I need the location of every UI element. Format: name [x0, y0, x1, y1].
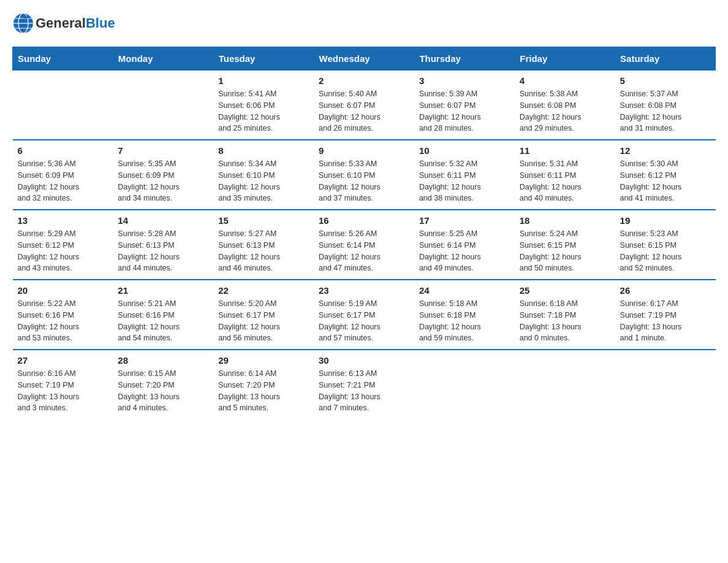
calendar-cell: [113, 71, 213, 140]
day-info: Sunrise: 5:33 AMSunset: 6:10 PMDaylight:…: [319, 158, 409, 204]
day-info: Sunrise: 6:15 AMSunset: 7:20 PMDaylight:…: [118, 368, 208, 414]
logo-general: General: [36, 15, 86, 31]
calendar-cell: 24Sunrise: 5:18 AMSunset: 6:18 PMDayligh…: [414, 280, 515, 350]
day-info: Sunrise: 6:14 AMSunset: 7:20 PMDaylight:…: [218, 368, 309, 414]
calendar-week-row: 6Sunrise: 5:36 AMSunset: 6:09 PMDaylight…: [13, 140, 716, 210]
day-info: Sunrise: 5:34 AMSunset: 6:10 PMDaylight:…: [218, 158, 309, 204]
day-number: 30: [319, 355, 409, 366]
calendar-cell: 7Sunrise: 5:35 AMSunset: 6:09 PMDaylight…: [113, 140, 213, 210]
day-info: Sunrise: 6:18 AMSunset: 7:18 PMDaylight:…: [520, 298, 610, 344]
day-info: Sunrise: 6:17 AMSunset: 7:19 PMDaylight:…: [620, 298, 711, 344]
calendar-cell: 5Sunrise: 5:37 AMSunset: 6:08 PMDaylight…: [615, 71, 716, 140]
calendar-cell: 17Sunrise: 5:25 AMSunset: 6:14 PMDayligh…: [414, 210, 515, 280]
day-info: Sunrise: 6:16 AMSunset: 7:19 PMDaylight:…: [18, 368, 108, 414]
day-number: 4: [520, 75, 610, 86]
calendar-cell: 4Sunrise: 5:38 AMSunset: 6:08 PMDaylight…: [515, 71, 615, 140]
page-header: GeneralBlue: [12, 12, 716, 34]
day-info: Sunrise: 5:19 AMSunset: 6:17 PMDaylight:…: [319, 298, 409, 344]
calendar-cell: [615, 350, 716, 419]
calendar-cell: 21Sunrise: 5:21 AMSunset: 6:16 PMDayligh…: [113, 280, 213, 350]
day-number: 24: [419, 285, 510, 296]
calendar-cell: 29Sunrise: 6:14 AMSunset: 7:20 PMDayligh…: [213, 350, 314, 419]
day-number: 10: [419, 145, 510, 156]
day-number: 9: [319, 145, 409, 156]
calendar-cell: 22Sunrise: 5:20 AMSunset: 6:17 PMDayligh…: [213, 280, 314, 350]
day-info: Sunrise: 5:41 AMSunset: 6:06 PMDaylight:…: [218, 88, 309, 134]
day-number: 11: [520, 145, 610, 156]
day-number: 17: [419, 215, 510, 226]
calendar-cell: [515, 350, 615, 419]
weekday-header-thursday: Thursday: [414, 47, 515, 71]
calendar-cell: 1Sunrise: 5:41 AMSunset: 6:06 PMDaylight…: [213, 71, 314, 140]
day-info: Sunrise: 5:26 AMSunset: 6:14 PMDaylight:…: [319, 228, 409, 274]
calendar-cell: 16Sunrise: 5:26 AMSunset: 6:14 PMDayligh…: [314, 210, 414, 280]
calendar-header-row: SundayMondayTuesdayWednesdayThursdayFrid…: [13, 47, 716, 71]
calendar-cell: [13, 71, 113, 140]
day-number: 19: [620, 215, 711, 226]
day-number: 7: [118, 145, 208, 156]
day-number: 14: [118, 215, 208, 226]
calendar-week-row: 13Sunrise: 5:29 AMSunset: 6:12 PMDayligh…: [13, 210, 716, 280]
day-info: Sunrise: 5:29 AMSunset: 6:12 PMDaylight:…: [18, 228, 108, 274]
day-info: Sunrise: 5:27 AMSunset: 6:13 PMDaylight:…: [218, 228, 309, 274]
day-number: 21: [118, 285, 208, 296]
day-number: 27: [18, 355, 108, 366]
day-number: 13: [18, 215, 108, 226]
calendar-cell: 14Sunrise: 5:28 AMSunset: 6:13 PMDayligh…: [113, 210, 213, 280]
day-info: Sunrise: 5:38 AMSunset: 6:08 PMDaylight:…: [520, 88, 610, 134]
calendar-cell: 6Sunrise: 5:36 AMSunset: 6:09 PMDaylight…: [13, 140, 113, 210]
day-info: Sunrise: 5:30 AMSunset: 6:12 PMDaylight:…: [620, 158, 711, 204]
calendar-cell: 26Sunrise: 6:17 AMSunset: 7:19 PMDayligh…: [615, 280, 716, 350]
day-number: 6: [18, 145, 108, 156]
calendar-cell: 12Sunrise: 5:30 AMSunset: 6:12 PMDayligh…: [615, 140, 716, 210]
weekday-header-saturday: Saturday: [615, 47, 716, 71]
calendar-week-row: 27Sunrise: 6:16 AMSunset: 7:19 PMDayligh…: [13, 350, 716, 419]
day-info: Sunrise: 5:36 AMSunset: 6:09 PMDaylight:…: [18, 158, 108, 204]
day-number: 23: [319, 285, 409, 296]
calendar-cell: 13Sunrise: 5:29 AMSunset: 6:12 PMDayligh…: [13, 210, 113, 280]
day-info: Sunrise: 5:32 AMSunset: 6:11 PMDaylight:…: [419, 158, 510, 204]
day-info: Sunrise: 5:24 AMSunset: 6:15 PMDaylight:…: [520, 228, 610, 274]
logo-blue: Blue: [86, 15, 115, 31]
weekday-header-monday: Monday: [113, 47, 213, 71]
calendar-cell: 25Sunrise: 6:18 AMSunset: 7:18 PMDayligh…: [515, 280, 615, 350]
calendar-cell: 9Sunrise: 5:33 AMSunset: 6:10 PMDaylight…: [314, 140, 414, 210]
weekday-header-wednesday: Wednesday: [314, 47, 414, 71]
day-info: Sunrise: 5:39 AMSunset: 6:07 PMDaylight:…: [419, 88, 510, 134]
day-info: Sunrise: 5:28 AMSunset: 6:13 PMDaylight:…: [118, 228, 208, 274]
weekday-header-sunday: Sunday: [13, 47, 113, 71]
day-number: 12: [620, 145, 711, 156]
day-info: Sunrise: 5:18 AMSunset: 6:18 PMDaylight:…: [419, 298, 510, 344]
day-number: 3: [419, 75, 510, 86]
calendar-week-row: 1Sunrise: 5:41 AMSunset: 6:06 PMDaylight…: [13, 71, 716, 140]
day-number: 18: [520, 215, 610, 226]
day-number: 5: [620, 75, 711, 86]
day-number: 2: [319, 75, 409, 86]
calendar-cell: 23Sunrise: 5:19 AMSunset: 6:17 PMDayligh…: [314, 280, 414, 350]
logo: GeneralBlue: [12, 12, 115, 34]
calendar-cell: 30Sunrise: 6:13 AMSunset: 7:21 PMDayligh…: [314, 350, 414, 419]
day-info: Sunrise: 5:20 AMSunset: 6:17 PMDaylight:…: [218, 298, 309, 344]
day-number: 1: [218, 75, 309, 86]
day-number: 15: [218, 215, 309, 226]
calendar-cell: 3Sunrise: 5:39 AMSunset: 6:07 PMDaylight…: [414, 71, 515, 140]
day-number: 22: [218, 285, 309, 296]
day-info: Sunrise: 5:23 AMSunset: 6:15 PMDaylight:…: [620, 228, 711, 274]
day-info: Sunrise: 5:25 AMSunset: 6:14 PMDaylight:…: [419, 228, 510, 274]
logo-icon: [12, 12, 34, 34]
day-info: Sunrise: 6:13 AMSunset: 7:21 PMDaylight:…: [319, 368, 409, 414]
day-info: Sunrise: 5:21 AMSunset: 6:16 PMDaylight:…: [118, 298, 208, 344]
calendar-cell: 15Sunrise: 5:27 AMSunset: 6:13 PMDayligh…: [213, 210, 314, 280]
calendar-cell: 20Sunrise: 5:22 AMSunset: 6:16 PMDayligh…: [13, 280, 113, 350]
calendar-cell: 18Sunrise: 5:24 AMSunset: 6:15 PMDayligh…: [515, 210, 615, 280]
calendar-cell: 8Sunrise: 5:34 AMSunset: 6:10 PMDaylight…: [213, 140, 314, 210]
calendar-table: SundayMondayTuesdayWednesdayThursdayFrid…: [12, 47, 716, 419]
day-number: 26: [620, 285, 711, 296]
weekday-header-friday: Friday: [515, 47, 615, 71]
day-number: 28: [118, 355, 208, 366]
day-number: 16: [319, 215, 409, 226]
calendar-cell: 28Sunrise: 6:15 AMSunset: 7:20 PMDayligh…: [113, 350, 213, 419]
calendar-cell: 19Sunrise: 5:23 AMSunset: 6:15 PMDayligh…: [615, 210, 716, 280]
day-number: 29: [218, 355, 309, 366]
calendar-cell: 11Sunrise: 5:31 AMSunset: 6:11 PMDayligh…: [515, 140, 615, 210]
